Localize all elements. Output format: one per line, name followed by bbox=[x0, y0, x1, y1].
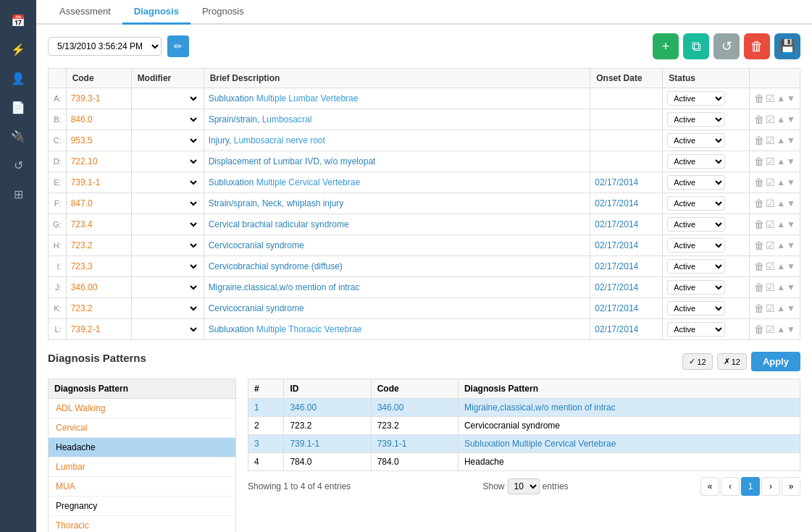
status-select[interactable]: Active Inactive bbox=[667, 238, 725, 253]
trash-icon[interactable]: 🗑 bbox=[754, 156, 764, 167]
status-select[interactable]: Active Inactive bbox=[667, 175, 725, 190]
down-icon[interactable]: ▼ bbox=[787, 324, 795, 334]
description-link[interactable]: Displacement of Lumbar IVD, w/o myelopat bbox=[209, 156, 376, 166]
trash-icon[interactable]: 🗑 bbox=[754, 93, 764, 104]
pattern-list-item[interactable]: Headache bbox=[49, 438, 235, 457]
check-all-button[interactable]: ✓ 12 bbox=[682, 353, 712, 370]
up-icon[interactable]: ▲ bbox=[777, 282, 785, 292]
down-icon[interactable]: ▼ bbox=[787, 240, 795, 250]
status-select[interactable]: Active Inactive bbox=[667, 196, 725, 211]
modifier-select[interactable] bbox=[136, 219, 199, 230]
down-icon[interactable]: ▼ bbox=[787, 261, 795, 271]
check-circle-icon[interactable]: ☑ bbox=[766, 114, 775, 125]
pattern-list-item[interactable]: ADL Walking bbox=[49, 399, 235, 418]
down-icon[interactable]: ▼ bbox=[787, 219, 795, 229]
check-circle-icon[interactable]: ☑ bbox=[766, 135, 775, 146]
check-circle-icon[interactable]: ☑ bbox=[766, 219, 775, 230]
trash-icon[interactable]: 🗑 bbox=[754, 261, 764, 272]
trash-icon[interactable]: 🗑 bbox=[754, 303, 764, 314]
check-circle-icon[interactable]: ☑ bbox=[766, 324, 775, 335]
status-select[interactable]: Active Inactive bbox=[667, 301, 725, 316]
down-icon[interactable]: ▼ bbox=[787, 114, 795, 124]
pattern-list-item[interactable]: Pregnancy bbox=[49, 497, 235, 516]
pattern-list-item[interactable]: Cervical bbox=[49, 418, 235, 438]
modifier-select[interactable] bbox=[136, 282, 199, 293]
plug-icon[interactable]: 🔌 bbox=[5, 123, 31, 149]
down-icon[interactable]: ▼ bbox=[787, 303, 795, 313]
up-icon[interactable]: ▲ bbox=[777, 156, 785, 166]
tab-prognosis[interactable]: Prognosis bbox=[191, 0, 256, 25]
down-icon[interactable]: ▼ bbox=[787, 282, 795, 292]
up-icon[interactable]: ▲ bbox=[777, 219, 785, 229]
x-all-button[interactable]: ✗ 12 bbox=[717, 353, 747, 370]
status-select[interactable]: Active Inactive bbox=[667, 133, 725, 148]
apply-button[interactable]: Apply bbox=[751, 352, 800, 371]
up-icon[interactable]: ▲ bbox=[777, 261, 785, 271]
edit-button[interactable]: ✏ bbox=[167, 35, 189, 57]
check-circle-icon[interactable]: ☑ bbox=[766, 198, 775, 209]
per-page-select[interactable]: 10 25 50 bbox=[508, 478, 540, 494]
status-select[interactable]: Active Inactive bbox=[667, 217, 725, 232]
calendar-icon[interactable]: 📅 bbox=[5, 7, 31, 33]
tab-assessment[interactable]: Assessment bbox=[48, 0, 122, 25]
check-circle-icon[interactable]: ☑ bbox=[766, 93, 775, 104]
pattern-list-item[interactable]: MUA bbox=[49, 477, 235, 497]
check-circle-icon[interactable]: ☑ bbox=[766, 156, 775, 167]
status-select[interactable]: Active Inactive bbox=[667, 259, 725, 274]
add-button[interactable]: + bbox=[653, 33, 679, 59]
date-select[interactable]: 5/13/2010 3:56:24 PM bbox=[48, 37, 162, 56]
page-prev-button[interactable]: ‹ bbox=[721, 477, 740, 496]
trash-icon[interactable]: 🗑 bbox=[754, 219, 764, 230]
lightning-icon[interactable]: ⚡ bbox=[5, 36, 31, 62]
modifier-select[interactable] bbox=[136, 114, 199, 125]
description-link[interactable]: Sprain/strain, Lumbosacral bbox=[209, 114, 312, 124]
status-select[interactable]: Active Inactive bbox=[667, 112, 725, 127]
document-icon[interactable]: 📄 bbox=[5, 94, 31, 120]
modifier-select[interactable] bbox=[136, 303, 199, 314]
description-link[interactable]: Injury, Lumbosacral nerve root bbox=[209, 135, 325, 145]
up-icon[interactable]: ▲ bbox=[777, 177, 785, 187]
description-link[interactable]: Strain/sprain, Neck, whiplash injury bbox=[209, 198, 344, 208]
down-icon[interactable]: ▼ bbox=[787, 93, 795, 104]
trash-icon[interactable]: 🗑 bbox=[754, 198, 764, 209]
trash-icon[interactable]: 🗑 bbox=[754, 114, 764, 125]
check-circle-icon[interactable]: ☑ bbox=[766, 282, 775, 293]
check-circle-icon[interactable]: ☑ bbox=[766, 303, 775, 314]
description-link[interactable]: Subluxation Multiple Thoracic Vertebrae bbox=[209, 324, 362, 334]
modifier-select[interactable] bbox=[136, 261, 199, 272]
trash-icon[interactable]: 🗑 bbox=[754, 282, 764, 293]
modifier-select[interactable] bbox=[136, 240, 199, 251]
modifier-select[interactable] bbox=[136, 198, 199, 209]
trash-icon[interactable]: 🗑 bbox=[754, 177, 764, 188]
check-circle-icon[interactable]: ☑ bbox=[766, 240, 775, 251]
modifier-select[interactable] bbox=[136, 324, 199, 335]
up-icon[interactable]: ▲ bbox=[777, 114, 785, 124]
modifier-select[interactable] bbox=[136, 93, 199, 104]
up-icon[interactable]: ▲ bbox=[777, 135, 785, 145]
page-last-button[interactable]: » bbox=[782, 477, 800, 496]
trash-icon[interactable]: 🗑 bbox=[754, 240, 764, 251]
save-button[interactable]: 💾 bbox=[774, 33, 800, 59]
modifier-select[interactable] bbox=[136, 135, 199, 146]
status-select[interactable]: Active Inactive bbox=[667, 322, 725, 337]
trash-icon[interactable]: 🗑 bbox=[754, 135, 764, 146]
description-link[interactable]: Subluxation Multiple Lumbar Vertebrae bbox=[209, 93, 359, 104]
description-link[interactable]: Cervicobrachial syndrome (diffuse) bbox=[209, 261, 343, 271]
pattern-list-item[interactable]: Lumbar bbox=[49, 457, 235, 477]
up-icon[interactable]: ▲ bbox=[777, 93, 785, 104]
up-icon[interactable]: ▲ bbox=[777, 198, 785, 208]
down-icon[interactable]: ▼ bbox=[787, 156, 795, 166]
user-icon[interactable]: 👤 bbox=[5, 65, 31, 91]
delete-button[interactable]: 🗑 bbox=[744, 33, 770, 59]
layers-icon[interactable]: ⊞ bbox=[5, 181, 31, 207]
down-icon[interactable]: ▼ bbox=[787, 177, 795, 187]
history-icon[interactable]: ↺ bbox=[5, 152, 31, 178]
up-icon[interactable]: ▲ bbox=[777, 303, 785, 313]
check-circle-icon[interactable]: ☑ bbox=[766, 261, 775, 272]
down-icon[interactable]: ▼ bbox=[787, 198, 795, 208]
status-select[interactable]: Active Inactive bbox=[667, 91, 725, 106]
modifier-select[interactable] bbox=[136, 177, 199, 188]
status-select[interactable]: Active Inactive bbox=[667, 280, 725, 295]
modifier-select[interactable] bbox=[136, 156, 199, 167]
description-link[interactable]: Cervicocranial syndrome bbox=[209, 303, 304, 313]
